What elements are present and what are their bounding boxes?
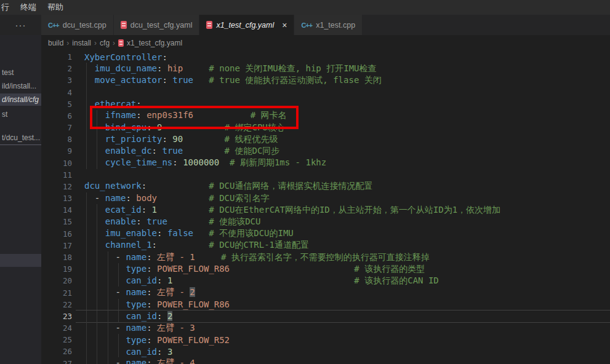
code-line[interactable]: 15 enable: true # 使能该DCU [41, 216, 610, 228]
code-line[interactable]: 6 ifname: enp0s31f6 # 网卡名 [41, 110, 610, 122]
code-token: POWER_FLOW_R86 [157, 299, 230, 309]
indent-guide [97, 275, 97, 287]
code-token: : [126, 193, 130, 203]
code-token: type [126, 264, 146, 274]
menu-item-0[interactable]: 行 [0, 0, 15, 15]
code-token [152, 299, 157, 309]
line-number: 11 [41, 170, 72, 180]
indent-guide [118, 346, 119, 357]
line-number: 20 [41, 276, 72, 285]
code-token: - [116, 252, 126, 262]
code-line-text: imu_enable: false # 不使用该DCU的IMU [84, 228, 294, 239]
line-number: 3 [41, 76, 72, 85]
code-line[interactable]: 27 - name: 左臂 - 4 [41, 357, 610, 364]
indent-guide [108, 311, 108, 322]
code-line[interactable]: 12dcu_network: # DCU通信网络，请根据实机连接情况配置 [41, 181, 610, 192]
code-line[interactable]: 18 - name: 左臂 - 1 # 执行器索引名字，不需要控制的执行器可直接… [41, 251, 610, 263]
code-editor[interactable]: 1XyberController:2 imu_dcu_name: hip # n… [41, 51, 610, 364]
code-line[interactable]: 25 type: POWER_FLOW_R52 [41, 334, 610, 346]
code-token [84, 134, 105, 144]
indent-guide [97, 110, 97, 122]
panel-item-0[interactable]: test [2, 66, 41, 79]
panel-item-4[interactable]: t/dcu_test... [2, 132, 41, 144]
panel-selected-row[interactable] [0, 254, 41, 267]
indent-guide [118, 299, 119, 311]
code-token: : [146, 323, 151, 333]
code-line-text: - name: 左臂 - 4 [84, 358, 195, 364]
code-token [84, 287, 116, 297]
code-line[interactable]: 7 bind_cpu: 9 # 绑定CPU核心 [41, 122, 610, 133]
code-line[interactable]: 24 - name: 左臂 - 3 [41, 322, 610, 334]
code-line[interactable]: 21 - name: 左臂 - 2 [41, 287, 610, 298]
indent-guide [86, 228, 87, 240]
code-token: - [116, 287, 126, 297]
tab-x1_test_cfg.yaml[interactable]: x1_test_cfg.yaml× [199, 15, 294, 35]
code-line-text: rt_priority: 90 # 线程优先级 [84, 134, 278, 145]
line-number: 8 [41, 135, 72, 144]
code-line[interactable]: 11 [41, 169, 610, 181]
code-line[interactable]: 22 type: POWER_FLOW_R86 [41, 299, 610, 311]
breadcrumb-item-build[interactable]: build [48, 39, 63, 47]
indent-guide [86, 322, 87, 334]
code-line[interactable]: 5 ethercat: [41, 98, 610, 110]
code-line[interactable]: 20 can_id: 1 # 该执行器的CAN ID [41, 275, 610, 287]
indent-guide [86, 192, 87, 204]
line-number: 10 [41, 159, 72, 168]
menu-item-1[interactable]: 终端 [15, 0, 42, 15]
tab-x1_test.cpp[interactable]: C++x1_test.cpp [294, 15, 363, 35]
tab-dcu_test.cpp[interactable]: C++dcu_test.cpp [41, 15, 114, 35]
code-line-text: - name: 左臂 - 3 [84, 323, 195, 334]
breadcrumb-item-cfg[interactable]: cfg [100, 39, 110, 47]
line-number: 26 [41, 347, 72, 356]
code-token: - [116, 323, 126, 333]
code-line[interactable]: 23 can_id: 2 [41, 311, 610, 322]
code-token [162, 228, 167, 238]
menu-item-2[interactable]: 帮助 [42, 0, 69, 15]
code-token [157, 205, 209, 215]
breadcrumb-item-install[interactable]: install [72, 39, 91, 47]
code-token: # none 关闭IMU检查, hip 打开IMU检查 [209, 63, 376, 73]
code-token: : [146, 122, 151, 132]
code-line[interactable]: 19 type: POWER_FLOW_R86 # 该执行器的类型 [41, 263, 610, 275]
panel-divider [0, 144, 41, 145]
code-token: true [162, 146, 183, 156]
code-line[interactable]: 16 imu_enable: false # 不使用该DCU的IMU [41, 228, 610, 240]
code-line[interactable]: 10 cycle_time_ns: 1000000 # 刷新周期1ms - 1k… [41, 157, 610, 169]
code-token [183, 63, 209, 73]
code-token [167, 216, 209, 226]
panel-item-1[interactable]: ild/install... [2, 80, 41, 92]
code-token [152, 323, 157, 333]
code-token: true [146, 216, 167, 226]
code-line[interactable]: 14 ecat_id: 1 # DCU在EtherCAT网络中的ID，从主站开始… [41, 204, 610, 216]
cpp-file-icon: C++ [301, 22, 312, 29]
code-line[interactable]: 1XyberController: [41, 51, 610, 63]
tab-overflow-button[interactable]: ··· [0, 15, 41, 35]
tab-dcu_test_cfg.yaml[interactable]: dcu_test_cfg.yaml [114, 15, 200, 35]
line-number: 19 [41, 264, 72, 274]
code-line[interactable]: 4 [41, 87, 610, 98]
indent-guide [86, 311, 87, 322]
code-token [162, 63, 167, 73]
code-line[interactable]: 8 rt_priority: 90 # 线程优先级 [41, 133, 610, 145]
indent-guide [108, 299, 108, 311]
code-token [193, 110, 251, 120]
code-token: 2 [167, 311, 172, 321]
code-token: # 不使用该DCU的IMU [209, 228, 293, 238]
tab-close-icon[interactable]: × [282, 21, 287, 30]
code-line[interactable]: 17 channel_1: # DCU的CTRL-1通道配置 [41, 240, 610, 251]
panel-item-3[interactable]: st [2, 108, 41, 121]
code-line[interactable]: 26 can_id: 3 [41, 346, 610, 357]
code-token: : [146, 287, 151, 297]
code-line[interactable]: 2 imu_dcu_name: hip # none 关闭IMU检查, hip … [41, 63, 610, 74]
code-token: : [162, 52, 167, 62]
yaml-file-icon [121, 21, 127, 29]
code-token [152, 358, 157, 364]
code-line[interactable]: 9 enable_dc: true # 使能DC同步 [41, 145, 610, 157]
breadcrumb-file[interactable]: x1_test_cfg.yaml [127, 39, 182, 47]
code-line[interactable]: 13 - name: body # DCU索引名字 [41, 192, 610, 204]
panel-item-2[interactable]: d/install/cfg [0, 93, 41, 106]
code-token [84, 216, 105, 226]
code-line[interactable]: 3 move_actuator: true # true 使能执行器运动测试, … [41, 74, 610, 86]
code-line-text: imu_dcu_name: hip # none 关闭IMU检查, hip 打开… [84, 63, 377, 74]
code-token [84, 311, 126, 321]
